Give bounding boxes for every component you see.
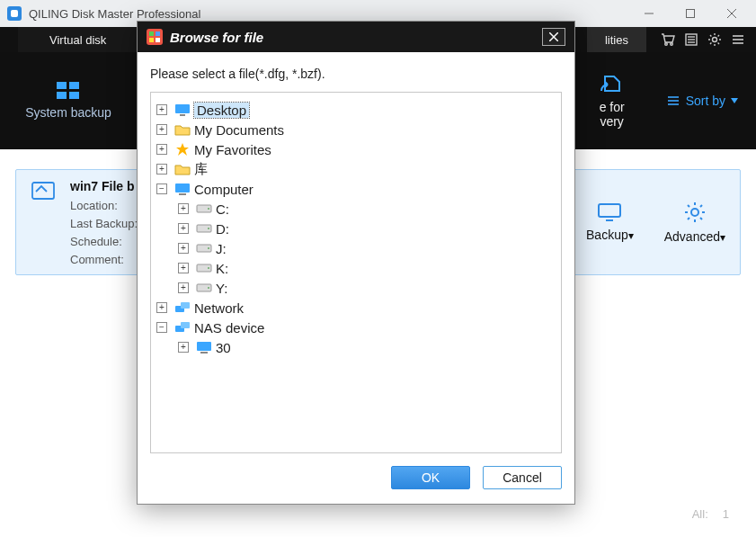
network-icon xyxy=(174,300,191,315)
drive-icon xyxy=(196,261,212,275)
expand-icon[interactable]: + xyxy=(156,164,167,175)
svg-rect-32 xyxy=(156,38,160,42)
dialog-logo xyxy=(147,29,163,45)
folder-icon xyxy=(174,162,191,176)
browse-file-dialog: Browse for file Please select a file(*.d… xyxy=(137,21,575,505)
backup-label: Backup xyxy=(586,228,628,242)
collapse-icon[interactable]: − xyxy=(156,183,167,194)
chevron-down-icon xyxy=(731,98,738,103)
dialog-titlebar: Browse for file xyxy=(138,22,574,52)
maximize-button[interactable] xyxy=(670,0,711,27)
svg-rect-17 xyxy=(69,82,79,89)
cart-icon[interactable] xyxy=(661,32,675,47)
svg-point-7 xyxy=(671,43,673,46)
tab-utilities[interactable]: lities xyxy=(587,27,646,52)
file-recovery-option[interactable]: e for very xyxy=(580,73,645,129)
gear-icon[interactable] xyxy=(707,32,722,47)
expand-icon[interactable]: + xyxy=(178,203,189,214)
tree-label: Network xyxy=(194,300,244,316)
tree-mydocs[interactable]: +My Documents xyxy=(156,120,556,139)
advanced-action[interactable]: Advanced▾ xyxy=(664,201,725,244)
expand-icon[interactable]: + xyxy=(156,144,167,155)
svg-rect-38 xyxy=(175,183,190,192)
svg-marker-37 xyxy=(176,143,189,156)
svg-rect-55 xyxy=(200,352,208,354)
list-icon[interactable] xyxy=(684,32,698,47)
svg-rect-31 xyxy=(149,38,154,42)
tree-drive-c[interactable]: +C: xyxy=(156,199,556,219)
dialog-close-button[interactable] xyxy=(542,28,565,46)
desktop-icon xyxy=(174,103,191,117)
grid-icon xyxy=(57,82,80,100)
minimize-button[interactable] xyxy=(628,0,670,27)
svg-point-43 xyxy=(208,228,209,229)
expand-icon[interactable]: + xyxy=(156,104,167,115)
expand-icon[interactable]: + xyxy=(178,243,189,254)
tree-ku[interactable]: +库 xyxy=(156,159,556,179)
folder-arrow-icon xyxy=(31,179,56,201)
advanced-label: Advanced xyxy=(664,229,720,244)
folder-tree[interactable]: +Desktop +My Documents +My Favorites +库 … xyxy=(150,92,562,453)
svg-rect-24 xyxy=(32,183,54,199)
backup-action[interactable]: Backup▾ xyxy=(586,202,634,242)
expand-icon[interactable]: + xyxy=(178,282,189,293)
svg-marker-23 xyxy=(731,98,738,103)
star-icon xyxy=(174,142,191,157)
tree-label: My Favorites xyxy=(194,142,271,157)
drive-icon xyxy=(196,221,212,236)
expand-icon[interactable]: + xyxy=(156,302,167,313)
collapse-icon[interactable]: − xyxy=(156,322,167,333)
tree-drive-y[interactable]: +Y: xyxy=(156,278,556,298)
tree-label: 库 xyxy=(194,161,208,178)
drive-icon xyxy=(196,281,212,295)
svg-rect-53 xyxy=(181,322,190,328)
tab-virtual-disk[interactable]: Virtual disk xyxy=(18,27,138,52)
svg-rect-30 xyxy=(156,31,160,36)
tree-myfav[interactable]: +My Favorites xyxy=(156,139,556,159)
tree-label: Y: xyxy=(216,281,227,296)
tree-network[interactable]: +Network xyxy=(156,298,556,318)
svg-rect-35 xyxy=(175,104,190,113)
ribbon-icons xyxy=(650,27,756,52)
cancel-button[interactable]: Cancel xyxy=(483,466,562,489)
tree-label: NAS device xyxy=(194,320,264,336)
svg-rect-19 xyxy=(69,92,79,99)
computer-icon xyxy=(196,340,212,354)
menu-icon[interactable] xyxy=(731,32,745,47)
tree-drive-k[interactable]: +K: xyxy=(156,258,556,278)
svg-rect-1 xyxy=(11,10,18,17)
tree-drive-j[interactable]: +J: xyxy=(156,238,556,258)
gear-icon xyxy=(683,201,707,224)
svg-rect-3 xyxy=(687,10,695,18)
svg-point-41 xyxy=(208,208,209,210)
svg-rect-51 xyxy=(181,302,190,309)
tree-nas[interactable]: −NAS device xyxy=(156,318,556,337)
sort-by-dropdown[interactable]: Sort by xyxy=(666,94,738,108)
tree-desktop[interactable]: +Desktop xyxy=(156,100,556,120)
dialog-prompt: Please select a file(*.dfg, *.bzf). xyxy=(150,67,562,81)
side-nav-system-backup[interactable]: System backup xyxy=(0,82,137,120)
tree-label: D: xyxy=(216,221,229,237)
tree-nas-30[interactable]: +30 xyxy=(156,337,556,357)
tree-label: 30 xyxy=(216,340,231,355)
app-title: QILING Disk Master Professional xyxy=(29,7,628,21)
monitor-icon xyxy=(597,202,622,222)
expand-icon[interactable]: + xyxy=(178,263,189,273)
tree-label: Computer xyxy=(194,182,253,197)
svg-point-27 xyxy=(691,209,698,216)
nas-icon xyxy=(174,320,191,335)
expand-icon[interactable]: + xyxy=(178,223,189,234)
expand-icon[interactable]: + xyxy=(178,342,189,353)
tree-computer[interactable]: −Computer xyxy=(156,179,556,199)
svg-point-45 xyxy=(208,247,209,249)
svg-point-6 xyxy=(665,43,668,46)
tree-label: C: xyxy=(216,201,229,217)
dialog-title: Browse for file xyxy=(170,30,263,45)
svg-rect-29 xyxy=(149,31,154,36)
window-close-button[interactable] xyxy=(711,0,752,27)
drive-icon xyxy=(196,201,212,216)
svg-point-49 xyxy=(208,287,209,289)
expand-icon[interactable]: + xyxy=(156,124,167,135)
tree-drive-d[interactable]: +D: xyxy=(156,219,556,238)
ok-button[interactable]: OK xyxy=(391,466,470,489)
